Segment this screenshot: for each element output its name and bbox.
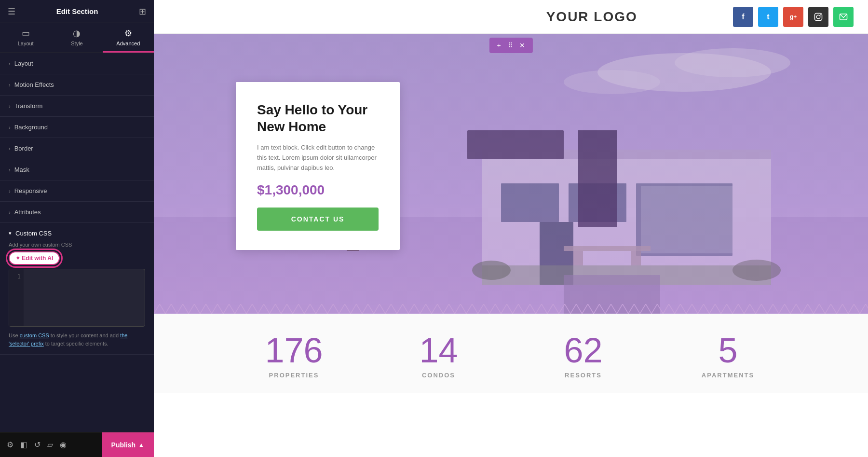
svg-rect-0 [815,13,822,20]
arrow-motion: › [9,82,11,88]
stat-apartments-number: 5 [718,333,737,368]
preview-icon[interactable]: ◉ [60,440,67,449]
card-price: $1,300,000 [257,182,379,198]
card-heading: Say Hello to Your New Home [257,101,379,135]
arrow-attributes: › [9,209,11,215]
responsive-icon[interactable]: ▱ [47,440,53,449]
stats-section: 176 PROPERTIES 14 CONDOS 62 RESORTS 5 AP… [154,314,868,393]
logo-your: YOUR [546,9,594,24]
section-border[interactable]: › Border [0,138,154,159]
tab-style-label: Style [71,41,82,46]
section-mask-label: Mask [14,166,29,173]
section-background[interactable]: › Background [0,117,154,138]
arrow-mask: › [9,167,11,173]
stat-properties-number: 176 [265,333,323,368]
panel-footer: ⚙ ◧ ↺ ▱ ◉ Publish ▲ [0,432,154,457]
stat-resorts: 62 RESORTS [511,328,656,384]
css-help-text: Use custom CSS to style your content and… [9,332,145,347]
section-transform-label: Transform [14,102,43,110]
arrow-responsive: › [9,188,11,194]
custom-css-link[interactable]: custom CSS [20,332,49,338]
stat-resorts-number: 62 [564,333,602,368]
section-transform[interactable]: › Transform [0,96,154,117]
grid-icon[interactable]: ⊞ [139,6,146,17]
tab-advanced[interactable]: ⚙ Advanced [103,23,154,53]
arrow-transform: › [9,103,11,109]
publish-button[interactable]: Publish ▲ [102,432,154,457]
facebook-button[interactable]: f [733,7,753,27]
section-attributes-label: Attributes [14,208,41,216]
content-card: Say Hello to Your New Home I am text blo… [236,82,400,250]
left-panel: ☰ Edit Section ⊞ ▭ Layout ◑ Style ⚙ Adva… [0,0,154,457]
section-attributes[interactable]: › Attributes [0,202,154,223]
tab-advanced-label: Advanced [116,41,140,46]
zigzag-decoration [154,304,868,314]
stat-condos-number: 14 [419,333,458,368]
publish-chevron-icon: ▲ [138,442,144,448]
logo-logo: LOGO [594,9,637,24]
logo: YOUR LOGO [546,9,637,25]
close-section-button[interactable]: ✕ [516,41,528,50]
panel-sections: › Layout › Motion Effects › Transform › … [0,53,154,432]
css-editor: 1 [9,269,145,327]
custom-css-section: ▾ Custom CSS Add your own custom CSS ✦ E… [0,223,154,355]
stat-properties-label: PROPERTIES [269,372,319,379]
hero-section: + ⠿ ✕ Say Hello to Your New Home I am te… [154,34,868,314]
email-button[interactable] [833,7,854,27]
custom-css-toggle[interactable]: ▾ Custom CSS [9,230,145,237]
add-css-label: Add your own custom CSS [9,242,145,248]
stat-condos-label: CONDOS [422,372,455,379]
section-border-label: Border [14,145,33,152]
panel-header: ☰ Edit Section ⊞ [0,0,154,23]
css-line-numbers: 1 [9,269,24,326]
section-layout-label: Layout [14,60,33,67]
stat-apartments-label: APARTMENTS [702,372,754,379]
section-responsive[interactable]: › Responsive [0,180,154,202]
social-icons: f t g+ [733,7,854,27]
top-nav: YOUR LOGO f t g+ [154,0,868,34]
arrow-border: › [9,146,11,152]
svg-point-2 [820,14,821,15]
svg-point-1 [816,15,820,19]
move-section-button[interactable]: ⠿ [505,41,515,50]
tab-style[interactable]: ◑ Style [51,23,102,53]
style-icon: ◑ [73,28,81,39]
section-layout[interactable]: › Layout [0,53,154,74]
section-motion-effects[interactable]: › Motion Effects [0,74,154,96]
contact-us-button[interactable]: CONTACT US [257,208,379,231]
edit-with-ai-button[interactable]: ✦ Edit with AI [9,251,60,265]
arrow-css-icon: ▾ [9,230,12,236]
section-motion-label: Motion Effects [14,81,54,88]
stat-resorts-label: RESORTS [565,372,602,379]
panel-title: Edit Section [56,7,98,15]
footer-icons: ⚙ ◧ ↺ ▱ ◉ [0,440,102,449]
card-body-text: I am text block. Click edit button to ch… [257,143,379,173]
instagram-button[interactable] [808,7,828,27]
arrow-layout: › [9,61,11,67]
tab-layout[interactable]: ▭ Layout [0,23,51,53]
section-background-label: Background [14,124,48,131]
section-responsive-label: Responsive [14,187,47,194]
hamburger-icon[interactable]: ☰ [8,6,15,17]
right-content: YOUR LOGO f t g+ [154,0,868,457]
stat-condos: 14 CONDOS [366,328,511,384]
settings-icon[interactable]: ⚙ [7,440,14,449]
section-toolbar: + ⠿ ✕ [489,38,532,53]
layers-icon[interactable]: ◧ [20,440,27,449]
custom-css-title-label: Custom CSS [15,230,52,237]
googleplus-button[interactable]: g+ [783,7,803,27]
twitter-button[interactable]: t [758,7,778,27]
css-textarea[interactable] [24,269,145,326]
layout-icon: ▭ [22,28,30,39]
add-section-button[interactable]: + [494,41,503,50]
stat-properties: 176 PROPERTIES [222,328,366,384]
history-icon[interactable]: ↺ [34,440,41,449]
logo-area: YOUR LOGO [451,9,733,25]
arrow-background: › [9,125,11,130]
publish-label: Publish [111,441,136,449]
advanced-icon: ⚙ [124,28,132,39]
section-mask[interactable]: › Mask [0,159,154,180]
stat-apartments: 5 APARTMENTS [656,328,800,384]
panel-tabs: ▭ Layout ◑ Style ⚙ Advanced [0,23,154,53]
tab-layout-label: Layout [18,41,34,46]
